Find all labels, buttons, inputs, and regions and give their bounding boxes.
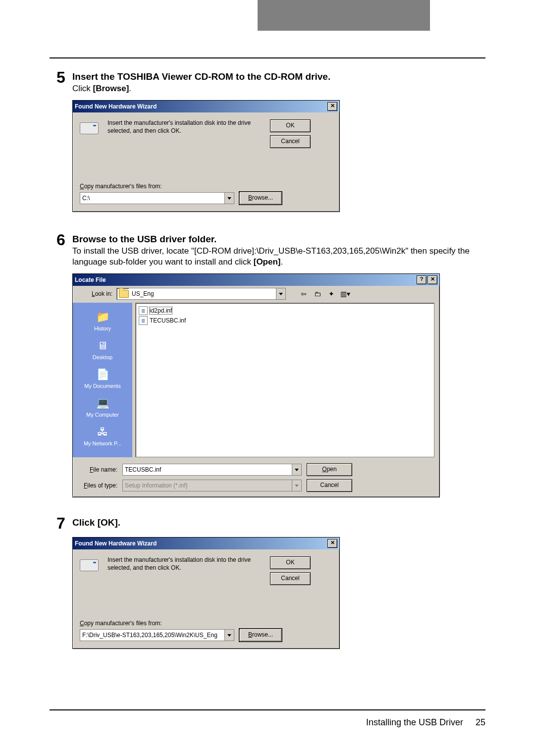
copy-from-field[interactable] (80, 629, 234, 641)
network-icon: 🖧 (94, 425, 111, 439)
nav-back-icon[interactable]: ⇦ (298, 288, 310, 299)
place-my-documents[interactable]: 📄 My Documents (73, 367, 132, 389)
step-6: 6 Browse to the USB driver folder. To in… (50, 232, 485, 268)
top-divider (50, 57, 485, 58)
filetype-label: Files of type: (78, 482, 117, 489)
dialog-title: Found New Hardware Wizard (75, 103, 327, 110)
dropdown-icon[interactable] (276, 288, 285, 299)
browse-button[interactable]: Browse... (239, 192, 282, 205)
places-bar: 📁 History 🖥 Desktop 📄 My Documents (73, 303, 132, 457)
copy-from-label: Copy manufacturer's files from: (80, 620, 332, 627)
filename-field[interactable] (122, 464, 302, 476)
step-7-number: 7 (50, 515, 72, 531)
file-item[interactable]: ≣ TECUSBC.inf (139, 316, 431, 325)
browse-button[interactable]: Browse... (239, 629, 282, 642)
locate-file-dialog: Locate File ? ✕ Look in: ⇦ 🗀 (72, 273, 440, 497)
cancel-button[interactable]: Cancel (270, 135, 311, 148)
dropdown-icon (292, 480, 301, 491)
footer-page-number: 25 (476, 717, 485, 727)
step-7-title: Click [OK]. (72, 517, 485, 528)
look-in-label: Look in: (78, 290, 112, 297)
computer-icon: 💻 (94, 396, 111, 411)
dialog-titlebar: Found New Hardware Wizard ✕ (73, 538, 339, 549)
look-in-input[interactable] (129, 288, 276, 299)
step-5-title: Insert the TOSHIBA Viewer CD-ROM to the … (72, 71, 485, 82)
close-icon[interactable]: ✕ (327, 102, 337, 111)
folder-icon (119, 290, 129, 298)
step-5: 5 Insert the TOSHIBA Viewer CD-ROM to th… (50, 69, 485, 94)
ok-button[interactable]: OK (270, 119, 311, 132)
dialog-message: Insert the manufacturer's installation d… (107, 556, 261, 572)
dropdown-icon[interactable] (292, 464, 301, 475)
inf-file-icon: ≣ (139, 306, 148, 315)
filetype-input (123, 480, 292, 491)
filename-label: File name: (78, 466, 117, 473)
locate-file-titlebar: Locate File ? ✕ (73, 274, 439, 286)
ok-button[interactable]: OK (270, 556, 311, 569)
close-icon[interactable]: ✕ (428, 275, 437, 284)
copy-from-input[interactable] (80, 193, 224, 204)
cancel-button[interactable]: Cancel (307, 479, 352, 492)
help-icon[interactable]: ? (417, 275, 427, 284)
step-6-number: 6 (50, 232, 72, 248)
nav-newfolder-icon[interactable]: ✦ (325, 288, 337, 299)
dropdown-icon[interactable] (224, 193, 234, 204)
file-list[interactable]: ≣ id2pd.inf ≣ TECUSBC.inf (135, 303, 434, 457)
place-my-computer[interactable]: 💻 My Computer (73, 396, 132, 418)
found-new-hardware-dialog-2: Found New Hardware Wizard ✕ Insert the m… (72, 537, 340, 649)
close-icon[interactable]: ✕ (327, 539, 337, 548)
disk-icon (80, 559, 99, 571)
header-gray-block (258, 0, 430, 31)
place-desktop[interactable]: 🖥 Desktop (73, 338, 132, 360)
dialog-title: Found New Hardware Wizard (75, 540, 327, 547)
nav-up-icon[interactable]: 🗀 (312, 288, 323, 299)
step-6-title: Browse to the USB driver folder. (72, 234, 485, 245)
page-footer: Installing the USB Driver 25 (0, 717, 535, 728)
footer-section-title: Installing the USB Driver (366, 717, 463, 727)
copy-from-field[interactable] (80, 192, 234, 204)
locate-file-title: Locate File (75, 276, 417, 283)
bottom-divider (50, 709, 485, 710)
file-item[interactable]: ≣ id2pd.inf (139, 306, 431, 315)
nav-views-icon[interactable]: ▥▾ (339, 288, 351, 299)
dropdown-icon[interactable] (224, 630, 234, 641)
inf-file-icon: ≣ (139, 316, 148, 325)
copy-from-label: Copy manufacturer's files from: (80, 183, 332, 190)
dialog-message: Insert the manufacturer's installation d… (107, 119, 261, 135)
cancel-button[interactable]: Cancel (270, 572, 311, 585)
step-5-desc: Click [Browse]. (72, 83, 485, 94)
dialog-titlebar: Found New Hardware Wizard ✕ (73, 101, 339, 112)
documents-icon: 📄 (94, 367, 111, 382)
history-icon: 📁 (94, 310, 111, 324)
disk-icon (80, 122, 99, 134)
place-my-network[interactable]: 🖧 My Network P... (73, 425, 132, 446)
step-5-number: 5 (50, 69, 72, 85)
desktop-icon: 🖥 (94, 338, 111, 353)
found-new-hardware-dialog-1: Found New Hardware Wizard ✕ Insert the m… (72, 100, 340, 212)
step-7: 7 Click [OK]. (50, 515, 485, 531)
open-button[interactable]: Open (307, 463, 352, 476)
step-6-desc: To install the USB driver, locate "[CD-R… (72, 246, 485, 268)
look-in-field[interactable] (116, 288, 286, 300)
copy-from-input[interactable] (80, 630, 224, 641)
filename-input[interactable] (123, 464, 292, 475)
filetype-field (122, 480, 302, 491)
place-history[interactable]: 📁 History (73, 310, 132, 331)
